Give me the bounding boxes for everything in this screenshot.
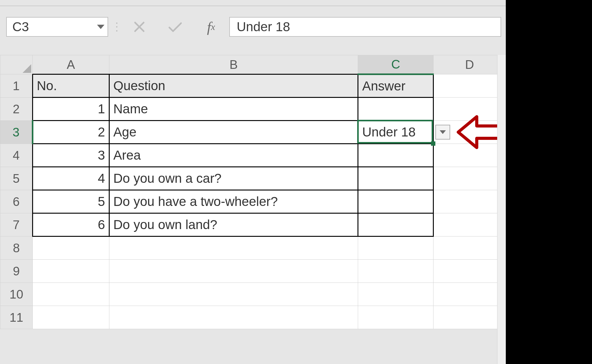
cell-A9[interactable] (32, 260, 109, 283)
select-all-triangle[interactable] (0, 55, 33, 74)
cell-D8[interactable] (433, 236, 506, 260)
table-row: 1 No. Question Answer (0, 74, 506, 98)
col-header-B[interactable]: B (109, 55, 358, 74)
cell-D5[interactable] (433, 167, 506, 190)
cell-C7[interactable] (358, 213, 433, 236)
cell-C9[interactable] (358, 260, 433, 283)
cell-C6[interactable] (358, 190, 433, 213)
formula-buttons: fx (127, 17, 223, 37)
cell-D1[interactable] (433, 74, 506, 98)
cell-C1[interactable]: Answer (358, 74, 433, 98)
cell-B1[interactable]: Question (109, 74, 358, 98)
insert-function-icon[interactable]: fx (199, 17, 223, 37)
row-header-8[interactable]: 8 (0, 236, 33, 260)
formula-input-value: Under 18 (237, 19, 290, 34)
row-header-10[interactable]: 10 (0, 283, 33, 306)
cell-A8[interactable] (32, 236, 109, 260)
cell-B7[interactable]: Do you own land? (109, 213, 358, 236)
cell-C4[interactable] (358, 144, 433, 167)
cell-C11[interactable] (358, 306, 433, 329)
cropped-edge (506, 0, 592, 364)
cell-B11[interactable] (109, 306, 358, 329)
cell-B5[interactable]: Do you own a car? (109, 167, 358, 190)
cell-A5[interactable]: 4 (32, 167, 109, 190)
row-header-3[interactable]: 3 (0, 121, 33, 144)
selection-rectangle (357, 120, 433, 144)
cell-A2[interactable]: 1 (32, 98, 109, 121)
data-validation-dropdown[interactable] (435, 125, 450, 140)
cell-A10[interactable] (32, 283, 109, 306)
cell-C5[interactable] (358, 167, 433, 190)
name-box[interactable]: C3 (6, 17, 108, 37)
cell-B8[interactable] (109, 236, 358, 260)
row-header-5[interactable]: 5 (0, 167, 33, 190)
excel-window: C3 ⋮ fx Under 18 A B (0, 0, 506, 364)
cell-A6[interactable]: 5 (32, 190, 109, 213)
col-header-A[interactable]: A (32, 55, 109, 74)
cell-D9[interactable] (433, 260, 506, 283)
cell-A7[interactable]: 6 (32, 213, 109, 236)
cell-B6[interactable]: Do you have a two-wheeler? (109, 190, 358, 213)
row-header-9[interactable]: 9 (0, 260, 33, 283)
table-row: 5 4 Do you own a car? (0, 167, 506, 190)
formula-input[interactable]: Under 18 (229, 17, 501, 37)
table-row: 10 (0, 283, 506, 306)
name-box-value: C3 (12, 19, 29, 34)
table-row: 11 (0, 306, 506, 329)
cell-B4[interactable]: Area (109, 144, 358, 167)
column-header-row: A B C D (0, 55, 506, 74)
row-header-6[interactable]: 6 (0, 190, 33, 213)
drag-handle-icon[interactable]: ⋮ (111, 17, 123, 37)
chevron-down-icon (440, 130, 446, 134)
vertical-scrollbar[interactable] (497, 55, 506, 364)
chevron-down-icon[interactable] (97, 25, 104, 29)
row-header-4[interactable]: 4 (0, 144, 33, 167)
formula-bar: C3 ⋮ fx Under 18 (6, 15, 501, 39)
row-header-2[interactable]: 2 (0, 98, 33, 121)
cell-C10[interactable] (358, 283, 433, 306)
cell-D10[interactable] (433, 283, 506, 306)
worksheet-grid[interactable]: A B C D 1 No. Question Answer 2 1 Name (0, 55, 506, 329)
row-header-11[interactable]: 11 (0, 306, 33, 329)
cell-A11[interactable] (32, 306, 109, 329)
cell-C8[interactable] (358, 236, 433, 260)
table-row: 8 (0, 236, 506, 260)
cell-C2[interactable] (358, 98, 433, 121)
row-header-1[interactable]: 1 (0, 74, 33, 98)
table-row: 2 1 Name (0, 98, 506, 121)
cell-B3[interactable]: Age (109, 121, 358, 144)
cell-D6[interactable] (433, 190, 506, 213)
cell-A4[interactable]: 3 (32, 144, 109, 167)
col-header-C[interactable]: C (358, 55, 433, 74)
table-row: 4 3 Area (0, 144, 506, 167)
cell-A1[interactable]: No. (32, 74, 109, 98)
table-row: 7 6 Do you own land? (0, 213, 506, 236)
cell-D11[interactable] (433, 306, 506, 329)
fill-handle[interactable] (431, 141, 435, 146)
cell-B9[interactable] (109, 260, 358, 283)
cell-B10[interactable] (109, 283, 358, 306)
cell-A3[interactable]: 2 (32, 121, 109, 144)
enter-icon (163, 17, 187, 37)
row-header-7[interactable]: 7 (0, 213, 33, 236)
cell-B2[interactable]: Name (109, 98, 358, 121)
table-row: 6 5 Do you have a two-wheeler? (0, 190, 506, 213)
col-header-D[interactable]: D (433, 55, 506, 74)
cell-D7[interactable] (433, 213, 506, 236)
table-row: 9 (0, 260, 506, 283)
cancel-icon (127, 17, 151, 37)
toolbar-divider (0, 6, 506, 6)
